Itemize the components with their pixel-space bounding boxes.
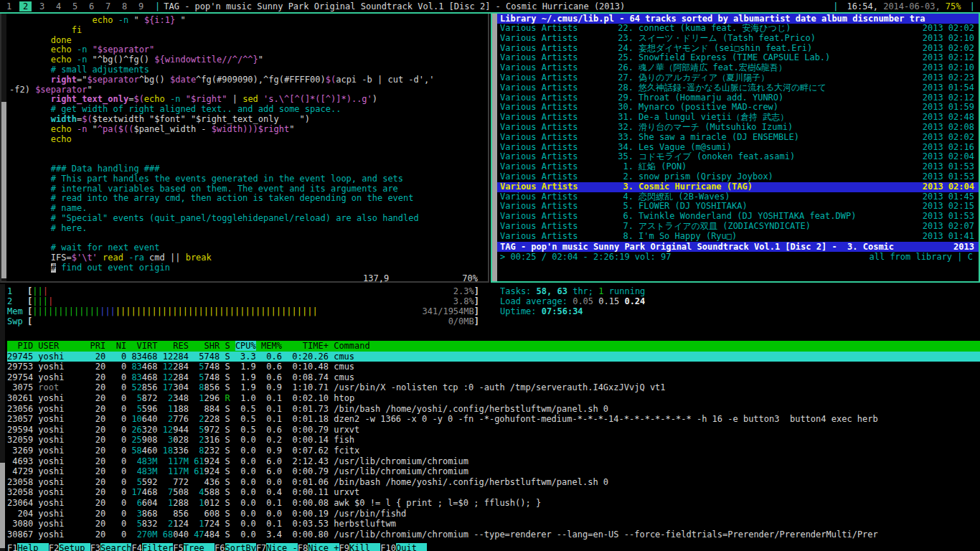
- track-row[interactable]: Various Artists33.She saw a miracle (DJ …: [497, 133, 979, 143]
- fkey-f1[interactable]: F1Help: [7, 543, 49, 551]
- track-td: 2013 01:53: [923, 212, 974, 222]
- track-row[interactable]: Various Artists1.紅焔 (PON)2013 01:53: [497, 162, 979, 172]
- workspace-2[interactable]: 2: [19, 1, 32, 11]
- track-tt: 滑り台のマーチ (Mutsuhiko Izumi): [639, 123, 923, 133]
- workspace-5[interactable]: 5: [69, 1, 81, 11]
- track-ta: Various Artists: [500, 34, 615, 44]
- text-line: 23058 yoshi 20 0 5592 772 436 S 0.0 0.0 …: [7, 477, 980, 488]
- fkey-f8[interactable]: F8Nice +: [298, 543, 339, 551]
- track-row[interactable]: Various Artists8.I'm So Happy (Ryu□)2013…: [497, 232, 979, 242]
- workspace-4[interactable]: 4: [52, 1, 65, 11]
- now-playing-year: 2013: [953, 242, 974, 252]
- track-tt: 偽りのアルカディア（夏川陽子）: [639, 73, 923, 83]
- track-tt: Les Vague (m@sumi): [639, 143, 923, 153]
- scrollbar-thumb[interactable]: [0, 463, 5, 548]
- workspace-3[interactable]: 3: [36, 1, 48, 11]
- track-tn: 26.: [615, 63, 633, 73]
- track-row[interactable]: Various Artists32.滑り台のマーチ (Mutsuhiko Izu…: [497, 123, 979, 133]
- track-tn: 28.: [615, 83, 633, 93]
- track-row[interactable]: Various Artists22.connect (kuma feat. 安海…: [497, 24, 979, 34]
- htop-content: 1 [|||2.3%]2 [||||3.8%]Mem[|||||||||||||…: [5, 284, 980, 551]
- track-row[interactable]: Various Artists6.Twinkle Wonderland (DJ …: [497, 212, 979, 222]
- track-tt: De-a lungul vieţii（倉持 武志）: [639, 113, 923, 123]
- track-tn: 31.: [615, 113, 633, 123]
- text-line: [9, 144, 488, 154]
- track-tn: 24.: [615, 44, 633, 54]
- track-list: Various Artists22.connect (kuma feat. 安海…: [497, 24, 979, 242]
- scrollbar[interactable]: [1, 14, 6, 281]
- track-row[interactable]: Various Artists28.悠久神話録-遥かなる山脈に流れる大河の畔にて…: [497, 83, 979, 93]
- track-row[interactable]: Various Artists23.スイーツ・ドリーム (Tatsh feat.…: [497, 34, 979, 44]
- track-row[interactable]: Various Artists29.Throat (Hommarju add. …: [497, 93, 979, 103]
- htop-window[interactable]: 1 [|||2.3%]2 [||||3.8%]Mem[|||||||||||||…: [0, 284, 980, 551]
- editor-terminal-window[interactable]: echo -n " ${i:1} " fi done echo -n "$sep…: [0, 14, 489, 283]
- fkey-f4[interactable]: F4Filter: [131, 543, 173, 551]
- workspace-7[interactable]: 7: [102, 1, 114, 11]
- track-row[interactable]: Various Artists25.Snowfield Express (TIM…: [497, 53, 979, 63]
- fkey-f3[interactable]: F3Search: [90, 543, 132, 551]
- meter-row: 1 [|||2.3%]: [7, 286, 479, 296]
- fkey-f7[interactable]: F7Nice -: [256, 543, 298, 551]
- track-td: 2013 01:53: [923, 172, 974, 182]
- text-line: 3080 yoshi 20 0 5832 2124 1724 S 0.0 0.1…: [7, 519, 980, 529]
- text-line: echo -n "^pa($(($panel_width - $width)))…: [9, 125, 488, 135]
- track-tt: FLOWER (DJ YOSHITAKA): [639, 202, 923, 212]
- scrollbar-thumb[interactable]: [492, 14, 497, 281]
- track-row[interactable]: Various Artists5.FLOWER (DJ YOSHITAKA)20…: [497, 202, 979, 212]
- track-ta: Various Artists: [500, 172, 615, 182]
- track-tn: 4.: [615, 192, 633, 202]
- text-line: [9, 234, 488, 244]
- track-td: 2013 02:10: [923, 63, 974, 73]
- track-row[interactable]: Various Artists24.妄想ダイヤモンド (sei□shin fea…: [497, 44, 979, 54]
- pipe-icon: |: [965, 1, 975, 11]
- library-header: Library ~/.cmus/lib.pl - 64 tracks sorte…: [497, 14, 979, 24]
- track-row[interactable]: Various Artists2.snow prism (Qrispy Joyb…: [497, 172, 979, 182]
- text-line: right="$separator^bg() $date^fg(#909090)…: [9, 75, 488, 85]
- fkey-f6[interactable]: F6SortBy: [215, 543, 256, 551]
- process-table[interactable]: PID USER PRI NI VIRT RES SHR S CPU% MEM%…: [7, 341, 980, 540]
- track-row[interactable]: Various Artists35.コドモライブ (onoken feat.as…: [497, 152, 979, 162]
- meter-row: Mem[||||||||||||||||||||||||||||||||||||…: [7, 306, 479, 316]
- track-row[interactable]: Various Artists27.偽りのアルカディア（夏川陽子）2013 02…: [497, 73, 979, 83]
- track-td: 2013 02:16: [923, 143, 974, 153]
- track-row[interactable]: Various Artists31.De-a lungul vieţii（倉持 …: [497, 113, 979, 123]
- track-tn: 1.: [615, 162, 633, 172]
- fkey-f5[interactable]: F5Tree: [173, 543, 215, 551]
- track-tt: I'm So Happy (Ryu□): [639, 232, 923, 242]
- fkey-f9[interactable]: F9Kill: [339, 543, 381, 551]
- fkey-f10[interactable]: F10Quit: [380, 543, 427, 551]
- text-line: echo -n "^bg()^fg() ${windowtitle//^/^^}…: [9, 55, 488, 65]
- track-row[interactable]: Various Artists26.魂ノ華（阿部靖広 feat.宏樹&龍吾）20…: [497, 63, 979, 73]
- workspace-6[interactable]: 6: [85, 1, 98, 11]
- workspace-9[interactable]: 9: [135, 1, 147, 11]
- workspace-1[interactable]: 1: [3, 1, 15, 11]
- text-line: fi: [9, 26, 488, 36]
- track-row[interactable]: Various Artists3.Cosmic Hurricane (TAG)2…: [497, 182, 979, 192]
- text-line: width=$($textwidth "$font" "$right_text_…: [9, 115, 488, 125]
- track-ta: Various Artists: [500, 152, 615, 162]
- track-ta: Various Artists: [500, 133, 615, 143]
- track-ta: Various Artists: [500, 222, 615, 232]
- fkey-f2[interactable]: F2Setup: [49, 543, 90, 551]
- track-tn: 7.: [615, 222, 633, 232]
- track-ta: Various Artists: [500, 212, 615, 222]
- track-row[interactable]: Various Artists7.アストライアの双皿 (ZODIACSYNDIC…: [497, 222, 979, 232]
- track-tn: 29.: [615, 93, 633, 103]
- cmus-window[interactable]: Library ~/.cmus/lib.pl - 64 tracks sorte…: [491, 14, 980, 283]
- scrollbar-thumb[interactable]: [1, 102, 6, 278]
- text-line: 30261 yoshi 20 0 5872 2348 1296 R 1.0 0.…: [7, 393, 980, 404]
- cursor-position: 137,9: [363, 273, 428, 283]
- text-line: # find out event origin: [9, 263, 488, 273]
- track-tn: 32.: [615, 123, 633, 133]
- scrollbar[interactable]: [492, 14, 497, 281]
- text-line: 32059 yoshi 20 0 25908 3028 2316 S 0.0 0…: [7, 435, 980, 446]
- text-line: IFS=$'\t' read -ra cmd || break: [9, 253, 488, 263]
- workspace-8[interactable]: 8: [118, 1, 131, 11]
- track-tt: connect (kuma feat. 安海ひつじ): [639, 24, 923, 34]
- scrollbar[interactable]: [0, 284, 5, 551]
- track-row[interactable]: Various Artists4.恋閃繚乱 (2B-Waves)2013 01:…: [497, 192, 979, 202]
- track-row[interactable]: Various Artists30.Mynarco (positive MAD-…: [497, 103, 979, 113]
- track-row[interactable]: Various Artists34.Les Vague (m@sumi)2013…: [497, 143, 979, 153]
- window-title: TAG - pop'n music Sunny Park Original So…: [164, 1, 625, 11]
- track-tt: 妄想ダイヤモンド (sei□shin feat.Eri): [639, 44, 923, 54]
